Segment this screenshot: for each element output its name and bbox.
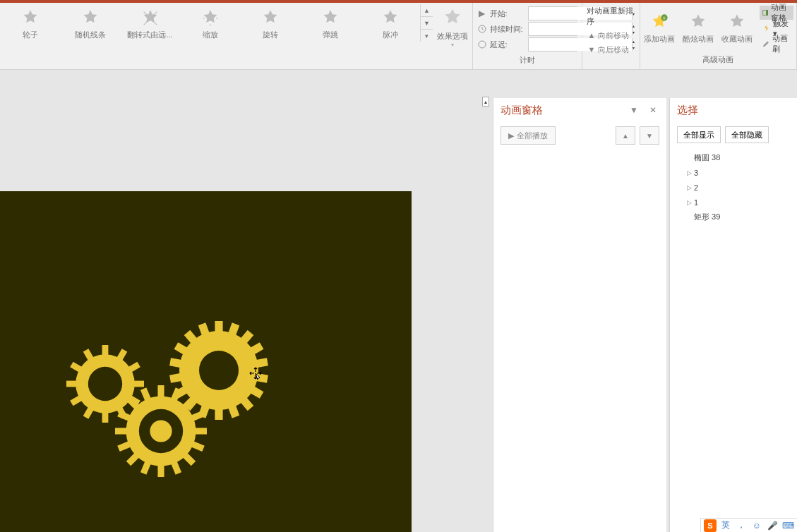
selection-pane: 选择 全部显示 全部隐藏 椭圆 38 ▷3 ▷2 ▷1 矩形 39 bbox=[669, 98, 797, 532]
svg-text:+: + bbox=[663, 16, 666, 22]
gear-shape-2[interactable] bbox=[169, 321, 268, 420]
preset-random-bars[interactable]: 随机线条 bbox=[60, 4, 120, 42]
panel-close-button[interactable]: ✕ bbox=[647, 104, 659, 116]
svg-rect-34 bbox=[117, 411, 131, 421]
preset-flip-from-far[interactable]: 翻转式由远... bbox=[120, 4, 180, 42]
play-icon: ▶ bbox=[508, 131, 514, 140]
ime-mic-icon[interactable]: 🎤 bbox=[766, 519, 779, 532]
svg-rect-16 bbox=[66, 381, 77, 387]
ime-lang[interactable]: 英 bbox=[719, 519, 732, 532]
preset-pulse[interactable]: 脉冲 bbox=[360, 4, 420, 42]
svg-rect-21 bbox=[157, 385, 164, 397]
svg-rect-50 bbox=[198, 404, 210, 418]
preset-zoom[interactable]: 缩放 bbox=[180, 4, 240, 42]
svg-rect-57 bbox=[198, 322, 210, 337]
list-item[interactable]: ▷1 bbox=[677, 195, 790, 210]
svg-rect-13 bbox=[102, 412, 109, 423]
move-later-button[interactable]: ▼ 向后移动 bbox=[587, 42, 635, 56]
list-item[interactable]: 矩形 39 bbox=[677, 210, 790, 224]
svg-rect-5 bbox=[766, 10, 768, 15]
animation-presets-gallery: 轮子 随机线条 翻转式由远... 缩放 旋转 弹跳 bbox=[0, 4, 433, 42]
play-icon: ▶ bbox=[477, 8, 487, 18]
slide-canvas[interactable] bbox=[0, 191, 412, 532]
lightning-icon bbox=[762, 23, 770, 33]
move-down-button[interactable]: ▼ bbox=[640, 126, 659, 145]
svg-point-38 bbox=[150, 420, 172, 442]
ime-punct[interactable]: ， bbox=[735, 519, 748, 532]
svg-rect-53 bbox=[169, 373, 182, 383]
svg-rect-33 bbox=[115, 428, 127, 434]
hide-all-button[interactable]: 全部隐藏 bbox=[725, 126, 769, 143]
delay-input[interactable]: ▴▾ bbox=[528, 37, 577, 52]
workspace: ▴ bbox=[0, 70, 797, 532]
cool-animation-button[interactable]: 酷炫动画 bbox=[679, 4, 718, 53]
svg-rect-29 bbox=[157, 465, 164, 477]
selection-pane-title: 选择 bbox=[677, 104, 698, 117]
ribbon: 轮子 随机线条 翻转式由远... 缩放 旋转 弹跳 bbox=[0, 3, 797, 70]
selection-list: 椭圆 38 ▷3 ▷2 ▷1 矩形 39 bbox=[670, 147, 797, 227]
ime-keyboard-icon[interactable]: ⌨ bbox=[781, 519, 794, 532]
animation-pane: 动画窗格 ▼ ✕ ▶ 全部播放 ▲ ▼ bbox=[493, 98, 666, 532]
show-all-button[interactable]: 全部显示 bbox=[677, 126, 721, 143]
svg-rect-54 bbox=[169, 358, 182, 368]
start-dropdown[interactable]: ▾ bbox=[528, 6, 577, 20]
ime-bar: S 英 ， ☺ 🎤 ⌨ bbox=[700, 518, 797, 532]
animation-pane-toggle[interactable]: 动画窗格 bbox=[760, 6, 793, 20]
svg-rect-26 bbox=[191, 441, 205, 452]
list-item[interactable]: ▷3 bbox=[677, 165, 790, 180]
svg-rect-28 bbox=[171, 461, 181, 475]
sogou-ime-icon[interactable]: S bbox=[704, 519, 717, 532]
move-earlier-button[interactable]: ▲ 向前移动 bbox=[587, 28, 635, 42]
add-animation-button[interactable]: + 添加动画 bbox=[640, 4, 679, 53]
clock-icon bbox=[477, 24, 487, 34]
arrow-up-icon: ▲ bbox=[588, 31, 596, 40]
svg-rect-41 bbox=[228, 322, 239, 337]
ruler-marker: ▴ bbox=[482, 97, 489, 107]
svg-point-58 bbox=[199, 351, 239, 390]
svg-rect-30 bbox=[140, 461, 151, 475]
svg-rect-45 bbox=[255, 373, 268, 383]
animation-pane-title: 动画窗格 bbox=[501, 104, 543, 117]
reorder-title: 对动画重新排序 bbox=[587, 6, 635, 27]
svg-rect-36 bbox=[140, 387, 151, 401]
ime-emoji-icon[interactable]: ☺ bbox=[750, 519, 763, 532]
caret-icon: ▷ bbox=[687, 199, 694, 206]
preset-bounce[interactable]: 弹跳 bbox=[300, 4, 360, 42]
caret-icon: ▷ bbox=[687, 184, 694, 191]
caret-icon: ▷ bbox=[687, 169, 694, 176]
favorite-animation-button[interactable]: 收藏动画 bbox=[718, 4, 757, 53]
svg-rect-44 bbox=[255, 358, 268, 368]
delay-label: 延迟: bbox=[490, 40, 525, 50]
svg-rect-32 bbox=[117, 441, 131, 452]
animation-painter-button[interactable]: 动画刷 bbox=[760, 37, 793, 51]
svg-rect-48 bbox=[228, 404, 239, 418]
svg-rect-40 bbox=[215, 321, 222, 333]
preset-more[interactable]: ▾ bbox=[421, 30, 433, 42]
preset-scroll-up[interactable]: ▲ bbox=[421, 4, 433, 17]
list-item[interactable]: ▷2 bbox=[677, 180, 790, 195]
duration-label: 持续时间: bbox=[490, 24, 525, 35]
panel-dropdown-button[interactable]: ▼ bbox=[627, 104, 641, 116]
list-item[interactable]: 椭圆 38 bbox=[677, 150, 790, 165]
painter-icon bbox=[762, 39, 770, 49]
delay-icon bbox=[477, 40, 487, 49]
preset-spin[interactable]: 旋转 bbox=[240, 4, 300, 42]
preset-wheel[interactable]: 轮子 bbox=[0, 4, 60, 42]
effect-options-button[interactable]: 效果选项 ▾ bbox=[433, 4, 472, 51]
timing-group-label: 计时 bbox=[473, 54, 582, 68]
svg-rect-25 bbox=[195, 428, 207, 434]
preset-scroll-down[interactable]: ▼ bbox=[421, 17, 433, 30]
advanced-group-label: 高级动画 bbox=[640, 53, 796, 68]
pane-icon bbox=[762, 8, 769, 18]
arrow-down-icon: ▼ bbox=[588, 45, 596, 54]
svg-rect-49 bbox=[215, 408, 222, 420]
play-all-button[interactable]: ▶ 全部播放 bbox=[501, 126, 556, 145]
svg-rect-7 bbox=[102, 345, 109, 356]
start-label: 开始: bbox=[490, 8, 525, 19]
svg-point-1 bbox=[479, 41, 486, 48]
duration-input[interactable]: ▴▾ bbox=[528, 22, 577, 36]
move-up-button[interactable]: ▲ bbox=[616, 126, 635, 145]
